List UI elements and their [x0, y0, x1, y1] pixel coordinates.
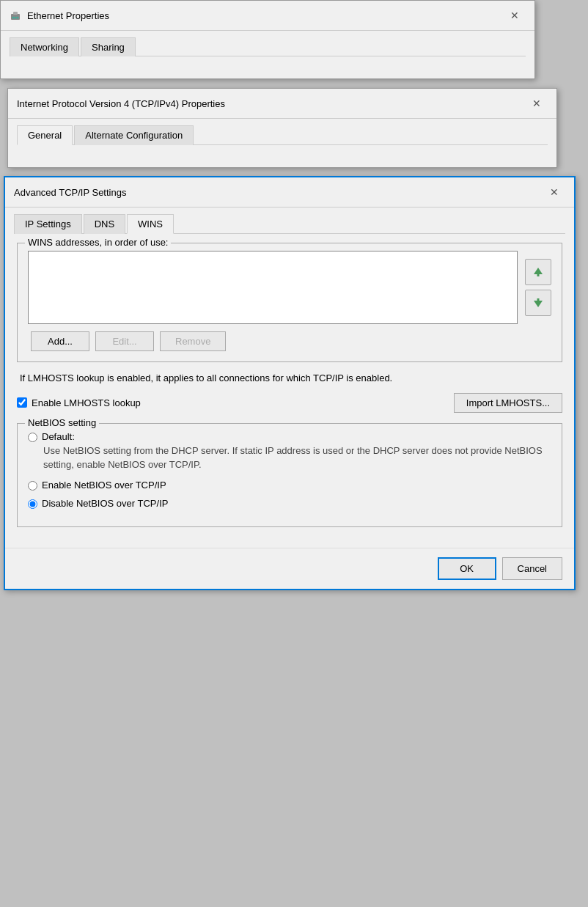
edit-button[interactable]: Edit... [95, 331, 154, 351]
advanced-title-text: Advanced TCP/IP Settings [14, 187, 543, 198]
default-radio-desc: Use NetBIOS setting from the DHCP server… [42, 444, 551, 472]
advanced-title-bar: Advanced TCP/IP Settings ✕ [5, 177, 574, 208]
ipv4-close-button[interactable]: ✕ [526, 95, 548, 112]
lmhosts-info-text: If LMHOSTS lookup is enabled, it applies… [17, 371, 562, 386]
enable-netbios-radio[interactable] [28, 481, 37, 491]
disable-netbios-radio[interactable] [28, 499, 37, 509]
ok-button[interactable]: OK [438, 557, 496, 580]
svg-marker-7 [534, 301, 543, 307]
lmhosts-row: Enable LMHOSTS lookup Import LMHOSTS... [17, 393, 562, 413]
ethernet-title-text: Ethernet Properties [27, 10, 504, 21]
tab-networking[interactable]: Networking [10, 37, 79, 56]
bottom-button-bar: OK Cancel [5, 548, 574, 589]
svg-rect-1 [13, 12, 18, 15]
advanced-content: WINS addresses, in order of use: [5, 234, 574, 548]
default-label-block: Default: Use NetBIOS setting from the DH… [42, 431, 551, 472]
ethernet-close-button[interactable]: ✕ [504, 7, 526, 24]
import-lmhosts-button[interactable]: Import LMHOSTS... [454, 393, 562, 413]
svg-point-2 [12, 17, 15, 19]
svg-rect-8 [537, 298, 540, 301]
advanced-tcpip-window: Advanced TCP/IP Settings ✕ IP Settings D… [4, 176, 576, 590]
tab-general[interactable]: General [17, 125, 73, 145]
svg-point-3 [15, 17, 17, 19]
advanced-tab-bar: IP Settings DNS WINS [5, 208, 574, 233]
move-up-button[interactable] [525, 259, 551, 285]
wins-arrow-buttons [525, 251, 551, 324]
cancel-button[interactable]: Cancel [502, 557, 562, 580]
default-radio[interactable] [28, 433, 37, 442]
ipv4-title-bar: Internet Protocol Version 4 (TCP/IPv4) P… [8, 89, 556, 119]
ethernet-properties-window: Ethernet Properties ✕ Networking Sharing [0, 0, 535, 79]
tab-wins[interactable]: WINS [127, 214, 174, 234]
tab-ip-settings[interactable]: IP Settings [14, 214, 82, 234]
wins-addresses-label: WINS addresses, in order of use: [25, 237, 171, 248]
wins-list-area [28, 251, 551, 324]
move-down-button[interactable] [525, 290, 551, 316]
tab-sharing[interactable]: Sharing [81, 37, 136, 56]
wins-listbox[interactable] [28, 251, 518, 324]
netbios-group-label: NetBIOS setting [25, 417, 99, 428]
enable-netbios-label[interactable]: Enable NetBIOS over TCP/IP [42, 480, 166, 491]
arrow-up-icon [532, 265, 545, 279]
default-radio-label[interactable]: Default: [42, 431, 551, 442]
ethernet-title-bar: Ethernet Properties ✕ [1, 1, 534, 31]
ipv4-tab-bar: General Alternate Configuration [8, 119, 556, 144]
remove-button[interactable]: Remove [160, 331, 226, 351]
wins-addresses-group: WINS addresses, in order of use: [17, 243, 562, 362]
ipv4-properties-window: Internet Protocol Version 4 (TCP/IPv4) P… [7, 88, 557, 168]
tab-dns[interactable]: DNS [84, 214, 125, 234]
default-radio-option: Default: Use NetBIOS setting from the DH… [28, 431, 551, 472]
enable-lmhosts-checkbox-row: Enable LMHOSTS lookup [17, 397, 454, 408]
disable-netbios-radio-option: Disable NetBIOS over TCP/IP [28, 498, 551, 509]
netbios-setting-group: NetBIOS setting Default: Use NetBIOS set… [17, 423, 562, 527]
ipv4-title-text: Internet Protocol Version 4 (TCP/IPv4) P… [17, 98, 526, 109]
enable-lmhosts-checkbox[interactable] [17, 397, 27, 408]
svg-marker-5 [534, 268, 543, 274]
advanced-close-button[interactable]: ✕ [543, 183, 565, 201]
wins-action-buttons: Add... Edit... Remove [28, 331, 551, 351]
tab-alternate-config[interactable]: Alternate Configuration [74, 125, 194, 145]
ethernet-tab-bar: Networking Sharing [1, 31, 534, 56]
enable-lmhosts-label[interactable]: Enable LMHOSTS lookup [32, 397, 141, 408]
svg-rect-6 [537, 273, 540, 276]
disable-netbios-label[interactable]: Disable NetBIOS over TCP/IP [42, 498, 168, 509]
enable-netbios-radio-option: Enable NetBIOS over TCP/IP [28, 480, 551, 491]
arrow-down-icon [532, 296, 545, 309]
add-button[interactable]: Add... [31, 331, 89, 351]
svg-point-4 [17, 17, 19, 19]
ethernet-window-icon [10, 10, 21, 21]
